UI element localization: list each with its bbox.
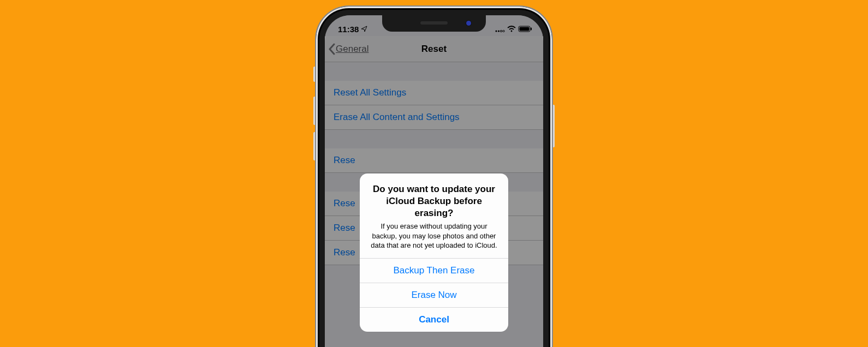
power-button [552, 105, 555, 147]
alert-body: Do you want to update your iCloud Backup… [360, 174, 508, 258]
alert-title: Do you want to update your iCloud Backup… [367, 183, 501, 219]
alert-message: If you erase without updating your backu… [367, 222, 501, 250]
screen: 11:38 [325, 15, 543, 347]
speaker-grille [420, 21, 448, 25]
alert-dialog: Do you want to update your iCloud Backup… [360, 174, 508, 332]
erase-now-button[interactable]: Erase Now [360, 283, 508, 307]
backup-then-erase-button[interactable]: Backup Then Erase [360, 258, 508, 283]
cancel-button[interactable]: Cancel [360, 307, 508, 332]
phone-device: 11:38 [316, 7, 552, 347]
front-camera [466, 21, 471, 26]
notch [382, 15, 486, 32]
phone-frame: 11:38 [316, 7, 552, 347]
